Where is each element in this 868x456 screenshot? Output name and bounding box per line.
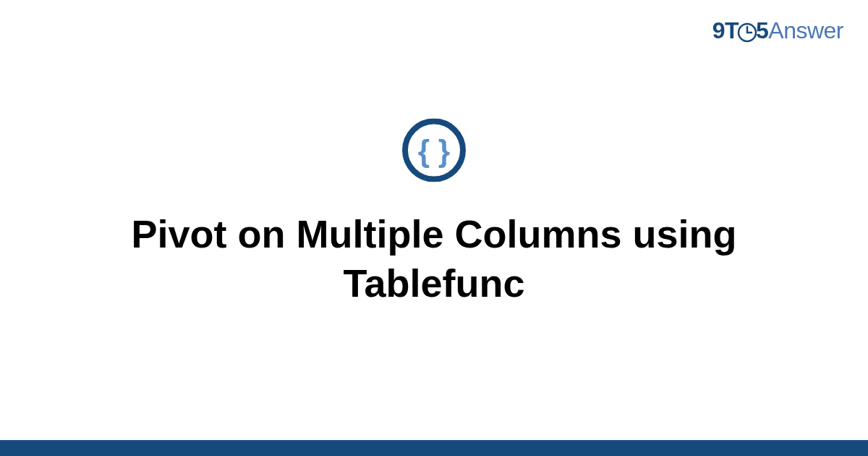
logo-text-9t: 9T xyxy=(712,17,739,43)
main-content: { } Pivot on Multiple Columns using Tabl… xyxy=(0,119,868,308)
page-title: Pivot on Multiple Columns using Tablefun… xyxy=(0,210,868,308)
svg-text:{ }: { } xyxy=(418,134,450,168)
logo-text-5: 5 xyxy=(756,17,768,43)
footer-accent-bar xyxy=(0,440,868,456)
code-braces-icon: { } xyxy=(0,119,868,182)
clock-icon xyxy=(737,22,757,43)
brand-logo: 9T 5Answer xyxy=(712,17,843,44)
logo-text-answer: Answer xyxy=(768,17,843,43)
